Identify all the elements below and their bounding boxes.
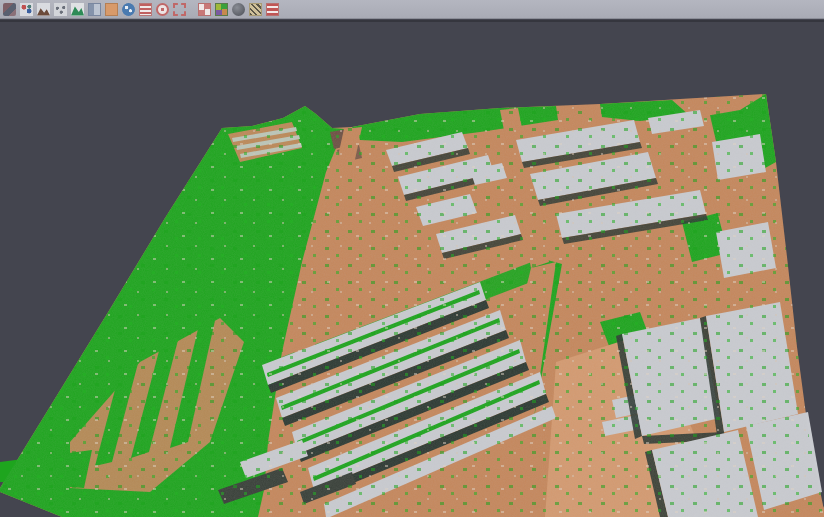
classification-icon[interactable] (214, 2, 229, 17)
texture-glyph (249, 3, 262, 16)
toolbar-separator (189, 2, 197, 17)
orthophoto-icon[interactable] (104, 2, 119, 17)
profile-glyph (88, 3, 101, 16)
viewport-3d[interactable] (0, 22, 824, 517)
mesh-sphere-icon[interactable] (231, 2, 246, 17)
mesh-sphere-glyph (232, 3, 245, 16)
align-points-glyph (20, 3, 33, 16)
dem-icon[interactable] (70, 2, 85, 17)
target-glyph (156, 3, 169, 16)
dem-glyph (71, 3, 84, 16)
crop-icon[interactable] (172, 2, 187, 17)
list-icon[interactable] (138, 2, 153, 17)
pointcloud-noise-overlay (0, 82, 824, 517)
application-window (0, 0, 824, 517)
crop-glyph (173, 3, 186, 16)
histogram-icon[interactable] (265, 2, 280, 17)
terrain-icon[interactable] (36, 2, 51, 17)
texture-icon[interactable] (248, 2, 263, 17)
main-toolbar (0, 0, 824, 19)
align-points-icon[interactable] (19, 2, 34, 17)
grid-icon[interactable] (197, 2, 212, 17)
point-cloud-glyph (3, 3, 16, 16)
classification-glyph (215, 3, 228, 16)
globe-icon[interactable] (121, 2, 136, 17)
point-cloud-scene (0, 22, 824, 517)
terrain-glyph (37, 3, 50, 16)
orthophoto-glyph (105, 3, 118, 16)
sparse-cloud-icon[interactable] (53, 2, 68, 17)
list-glyph (139, 3, 152, 16)
grid-glyph (198, 3, 211, 16)
sparse-cloud-glyph (54, 3, 67, 16)
point-cloud-icon[interactable] (2, 2, 17, 17)
globe-glyph (122, 3, 135, 16)
profile-icon[interactable] (87, 2, 102, 17)
target-icon[interactable] (155, 2, 170, 17)
histogram-glyph (266, 3, 279, 16)
